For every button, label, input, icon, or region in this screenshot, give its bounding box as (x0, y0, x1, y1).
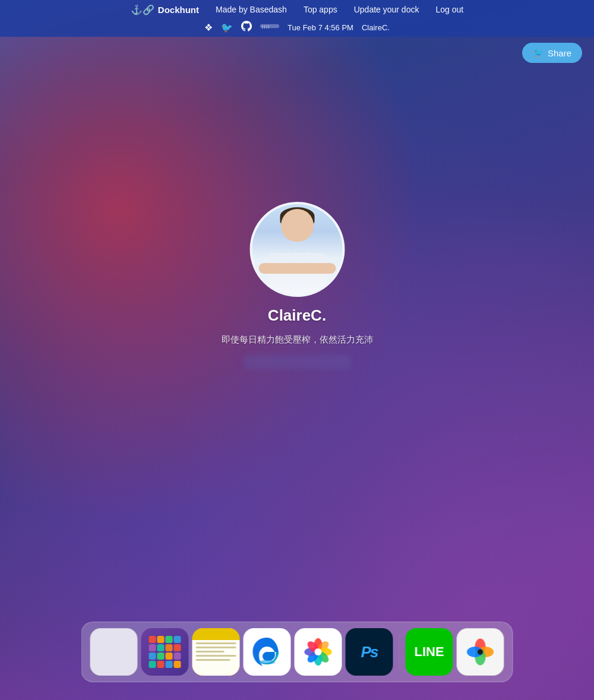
profile-blur-element (244, 355, 350, 369)
notes-line (196, 659, 230, 661)
profile-bio: 即使每日精力飽受壓榨，依然活力充沛 (222, 334, 373, 346)
profile-avatar (249, 202, 345, 297)
avatar-body (267, 253, 327, 294)
svg-point-2 (259, 660, 275, 665)
brand-name: Dockhunt (158, 5, 199, 15)
notes-line (196, 642, 236, 644)
svg-text:||||: |||| (261, 25, 270, 29)
dock-app-playgrounds[interactable] (457, 628, 504, 676)
raindrop-icon[interactable]: |||| (260, 21, 279, 34)
navbar-bottom: ❖ 🐦 |||| Tue Feb 7 4:56 PM ClaireC. (0, 19, 594, 37)
avatar-face (281, 209, 314, 242)
notes-inner (192, 628, 240, 676)
dock-app-photos[interactable] (295, 628, 342, 676)
nav-username: ClaireC. (362, 23, 390, 32)
navbar: ⚓🔗 Dockhunt Made by Basedash Top apps Up… (0, 0, 594, 37)
update-dock-link[interactable]: Update your dock (354, 5, 419, 14)
dock-app-blank[interactable] (90, 628, 138, 676)
twitter-icon[interactable]: 🐦 (221, 22, 233, 33)
profile-section: ClaireC. 即使每日精力飽受壓榨，依然活力充沛 (222, 202, 373, 369)
avatar-arms (258, 263, 336, 274)
navbar-top: ⚓🔗 Dockhunt Made by Basedash Top apps Up… (0, 0, 594, 19)
notes-lines (192, 640, 240, 676)
avatar-image (252, 204, 342, 294)
dock-app-launchpad[interactable] (141, 628, 189, 676)
datetime: Tue Feb 7 4:56 PM (287, 23, 353, 32)
dock-app-photoshop[interactable]: Ps (346, 628, 393, 676)
dock-app-notes[interactable] (192, 628, 240, 676)
brand[interactable]: ⚓🔗 Dockhunt (131, 4, 199, 15)
notes-line (196, 655, 236, 657)
discord-icon[interactable]: ❖ (204, 22, 213, 33)
photoshop-label: Ps (361, 643, 378, 661)
notes-line (196, 647, 236, 648)
github-icon[interactable] (241, 21, 252, 34)
logout-link[interactable]: Log out (435, 5, 463, 14)
line-label: LINE (414, 644, 444, 660)
dock-app-line[interactable]: LINE (406, 628, 453, 676)
photos-icon (301, 634, 336, 670)
anchor-icon: ⚓🔗 (131, 4, 154, 15)
made-by-link[interactable]: Made by Basedash (216, 5, 287, 14)
launchpad-grid (149, 636, 181, 668)
edge-icon (249, 634, 285, 670)
svg-point-16 (478, 650, 483, 655)
share-label: Share (548, 48, 571, 58)
dock: Ps LINE (81, 622, 513, 682)
notes-line (196, 651, 225, 653)
dock-divider (399, 634, 400, 670)
top-apps-link[interactable]: Top apps (304, 5, 337, 14)
dock-app-edge[interactable] (244, 628, 291, 676)
playgrounds-icon (463, 634, 498, 670)
profile-name: ClaireC. (268, 306, 326, 325)
notes-top (192, 628, 240, 640)
twitter-share-icon: 🐦 (533, 47, 544, 58)
svg-point-11 (315, 648, 322, 655)
share-button[interactable]: 🐦 Share (522, 43, 582, 63)
